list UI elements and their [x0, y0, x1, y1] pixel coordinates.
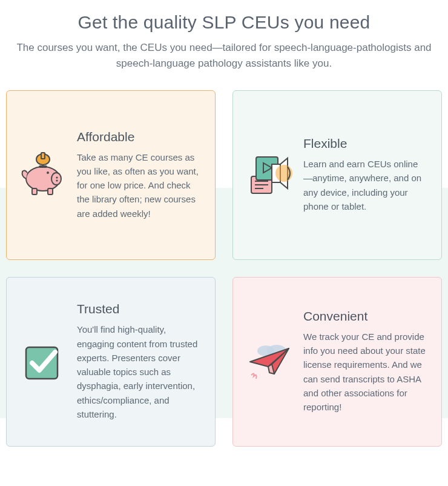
svg-rect-1 — [41, 153, 45, 159]
card-title: Convenient — [303, 309, 427, 324]
piggy-bank-icon — [19, 151, 67, 199]
feature-card-affordable: Affordable Take as many CE courses as yo… — [6, 90, 216, 260]
card-body: Convenient We track your CE and provide … — [303, 309, 427, 414]
card-body: Trusted You'll find high-quality, engagi… — [77, 302, 200, 421]
checkmark-icon — [19, 338, 67, 386]
svg-rect-6 — [32, 188, 37, 195]
svg-point-5 — [56, 179, 58, 181]
feature-card-trusted: Trusted You'll find high-quality, engagi… — [6, 277, 216, 447]
feature-card-convenient: Convenient We track your CE and provide … — [232, 277, 442, 447]
page-subtitle: The courses you want, the CEUs you need—… — [12, 40, 436, 72]
svg-point-3 — [51, 173, 61, 185]
page-header: Get the quality SLP CEUs you need The co… — [6, 12, 442, 90]
card-body: Flexible Learn and earn CEUs online—anyt… — [303, 136, 427, 213]
card-body: Affordable Take as many CE courses as yo… — [77, 130, 200, 221]
paper-plane-icon — [245, 338, 294, 386]
svg-rect-9 — [39, 165, 47, 168]
card-title: Affordable — [77, 130, 200, 144]
card-description: You'll find high-quality, engaging conte… — [77, 322, 200, 421]
card-description: We track your CE and provide info you ne… — [303, 330, 427, 414]
page-title: Get the quality SLP CEUs you need — [12, 12, 436, 33]
feature-grid: Affordable Take as many CE courses as yo… — [6, 90, 442, 447]
svg-rect-7 — [48, 188, 53, 195]
svg-point-4 — [56, 176, 58, 178]
card-title: Flexible — [303, 136, 427, 151]
card-title: Trusted — [77, 302, 200, 316]
card-description: Learn and earn CEUs online—anytime, anyw… — [303, 157, 427, 213]
media-player-icon — [245, 151, 294, 199]
svg-point-8 — [47, 171, 49, 174]
feature-card-flexible: Flexible Learn and earn CEUs online—anyt… — [232, 90, 442, 260]
card-description: Take as many CE courses as you like, as … — [77, 150, 200, 221]
